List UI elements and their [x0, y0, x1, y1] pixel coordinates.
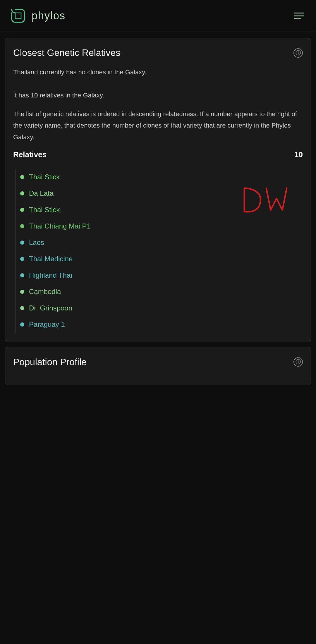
relative-dot [20, 257, 24, 261]
relative-name: Thai Stick [29, 206, 60, 214]
list-item[interactable]: Highland Thai [20, 267, 303, 284]
relative-dot [20, 241, 24, 245]
list-item[interactable]: Da Lata [20, 185, 303, 202]
relatives-header: Relatives 10 [13, 150, 303, 163]
relative-name: Laos [29, 238, 44, 247]
list-item[interactable]: Dr. Grinspoon [20, 300, 303, 316]
relative-name: Dr. Grinspoon [29, 304, 72, 312]
list-item[interactable]: Paraguay 1 [20, 316, 303, 333]
relative-dot [20, 175, 24, 179]
description-ordered: The list of genetic relatives is ordered… [13, 108, 303, 143]
population-profile-title: Population Profile [13, 357, 87, 367]
relative-dot [20, 322, 24, 327]
relative-name: Thai Chiang Mai P1 [29, 222, 91, 230]
main-content: Closest Genetic Relatives ⓘ Thailand cur… [0, 32, 316, 396]
relative-name: Thai Medicine [29, 255, 73, 263]
hamburger-line-3 [294, 18, 301, 19]
list-item[interactable]: Laos [20, 234, 303, 251]
relative-dot [20, 290, 24, 294]
info-icon-button[interactable]: ⓘ [293, 48, 303, 58]
relative-name: Thai Stick [29, 173, 60, 181]
relative-dot [20, 208, 24, 212]
relative-dot [20, 273, 24, 277]
description-clones: Thailand currently has no clones in the … [13, 66, 303, 101]
logo-text: phylos [32, 10, 66, 22]
relative-name: Da Lata [29, 189, 54, 198]
hamburger-menu-button[interactable] [291, 10, 307, 22]
relatives-count: 10 [294, 150, 303, 159]
relative-dot [20, 191, 24, 195]
list-item[interactable]: Thai Chiang Mai P1 [20, 218, 303, 234]
population-profile-header: Population Profile ⓘ [13, 357, 303, 367]
closest-genetic-relatives-card: Closest Genetic Relatives ⓘ Thailand cur… [5, 38, 311, 342]
app-header: phylos [0, 0, 316, 32]
relative-dot [20, 306, 24, 310]
list-item[interactable]: Cambodia [20, 284, 303, 300]
relative-name: Paraguay 1 [29, 320, 65, 329]
card-title: Closest Genetic Relatives [13, 47, 120, 58]
relative-name: Highland Thai [29, 271, 72, 279]
card-header: Closest Genetic Relatives ⓘ [13, 47, 303, 58]
list-item[interactable]: Thai Stick [20, 169, 303, 185]
logo-container: phylos [9, 7, 66, 25]
phylos-logo-icon [9, 7, 27, 25]
population-profile-info-icon[interactable]: ⓘ [293, 357, 303, 367]
hamburger-line-1 [294, 13, 304, 13]
relative-dot [20, 224, 24, 228]
hamburger-line-2 [294, 16, 304, 16]
population-profile-card: Population Profile ⓘ [5, 347, 311, 385]
relatives-list: Thai StickDa LataThai StickThai Chiang M… [13, 169, 303, 333]
list-item[interactable]: Thai Stick [20, 202, 303, 218]
relatives-label: Relatives [13, 150, 47, 159]
relative-name: Cambodia [29, 288, 61, 296]
list-item[interactable]: Thai Medicine [20, 251, 303, 267]
